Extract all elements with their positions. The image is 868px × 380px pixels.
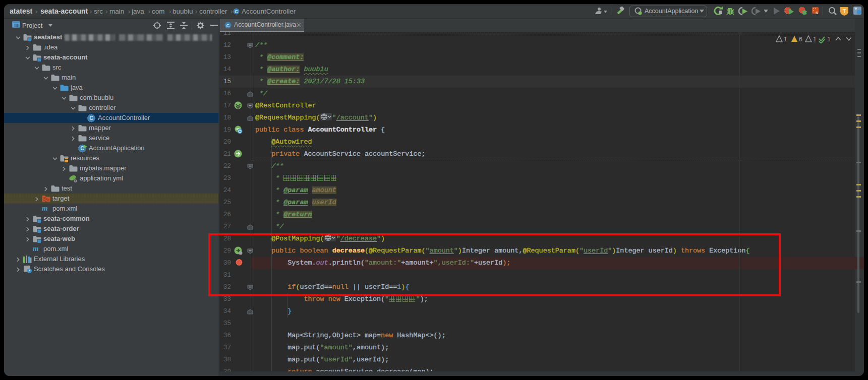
- svg-text:s: s: [816, 10, 818, 15]
- svg-text:C: C: [80, 146, 84, 151]
- svg-text:C: C: [226, 23, 230, 28]
- svg-text:T: T: [843, 9, 846, 14]
- svg-text:C: C: [89, 115, 93, 121]
- svg-text:C: C: [235, 9, 238, 14]
